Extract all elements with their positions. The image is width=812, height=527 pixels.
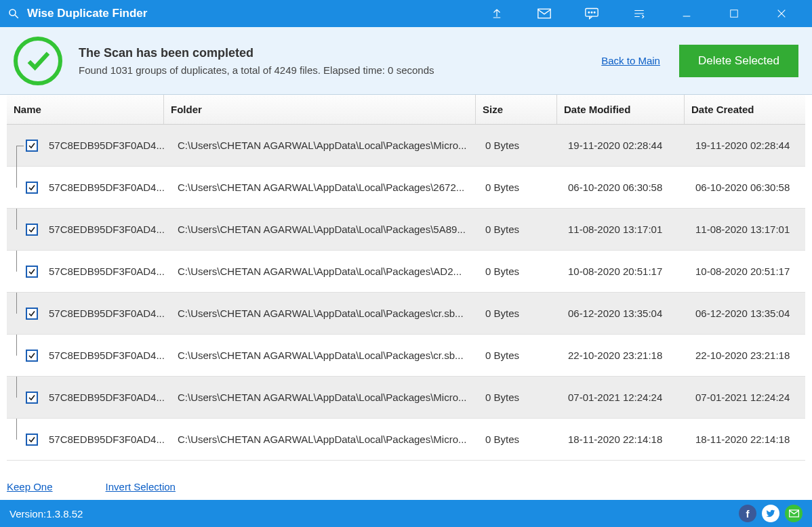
row-checkbox[interactable] <box>26 434 38 446</box>
action-links: Keep One Invert Selection <box>0 473 812 500</box>
cell-size: 0 Bytes <box>481 140 564 151</box>
tree-connector <box>16 293 26 334</box>
svg-line-1 <box>15 15 18 18</box>
cell-size: 0 Bytes <box>481 224 564 235</box>
svg-rect-2 <box>538 9 550 18</box>
cell-created: 06-12-2020 13:35:04 <box>691 308 803 319</box>
tree-connector <box>16 209 26 250</box>
cell-created: 10-08-2020 20:51:17 <box>691 266 803 277</box>
svg-point-6 <box>594 12 595 14</box>
row-checkbox[interactable] <box>26 266 38 278</box>
table-row[interactable]: 57C8EDB95DF3F0AD4... C:\Users\CHETAN AGA… <box>7 209 805 251</box>
cell-name: 57C8EDB95DF3F0AD4... <box>45 224 174 235</box>
tree-connector <box>16 419 26 460</box>
row-checkbox[interactable] <box>26 392 38 404</box>
cell-size: 0 Bytes <box>481 182 564 193</box>
result-banner: The Scan has been completed Found 1031 g… <box>0 27 812 95</box>
table-row[interactable]: 57C8EDB95DF3F0AD4... C:\Users\CHETAN AGA… <box>7 293 805 335</box>
cell-size: 0 Bytes <box>481 350 564 361</box>
cell-created: 06-10-2020 06:30:58 <box>691 182 803 193</box>
cell-folder: C:\Users\CHETAN AGARWAL\AppData\Local\Pa… <box>174 434 481 445</box>
row-checkbox[interactable] <box>26 350 38 362</box>
cell-name: 57C8EDB95DF3F0AD4... <box>45 308 174 319</box>
back-to-main-link[interactable]: Back to Main <box>601 55 660 66</box>
cell-name: 57C8EDB95DF3F0AD4... <box>45 140 174 151</box>
cell-size: 0 Bytes <box>481 308 564 319</box>
cell-name: 57C8EDB95DF3F0AD4... <box>45 434 174 445</box>
cell-name: 57C8EDB95DF3F0AD4... <box>45 182 174 193</box>
column-header-folder[interactable]: Folder <box>164 95 476 124</box>
twitter-icon[interactable] <box>762 505 779 522</box>
cell-modified: 07-01-2021 12:24:24 <box>564 392 691 403</box>
table-row[interactable]: 57C8EDB95DF3F0AD4... C:\Users\CHETAN AGA… <box>7 125 805 167</box>
cell-modified: 11-08-2020 13:17:01 <box>564 224 691 235</box>
titlebar: Wise Duplicate Finder <box>0 0 812 27</box>
svg-rect-8 <box>731 10 738 18</box>
row-checkbox[interactable] <box>26 308 38 320</box>
cell-created: 19-11-2020 02:28:44 <box>691 140 803 151</box>
column-header-size[interactable]: Size <box>476 95 557 124</box>
keep-one-link[interactable]: Keep One <box>7 481 53 492</box>
cell-folder: C:\Users\CHETAN AGARWAL\AppData\Local\Pa… <box>174 392 481 403</box>
email-icon[interactable] <box>785 505 803 522</box>
cell-folder: C:\Users\CHETAN AGARWAL\AppData\Local\Pa… <box>174 140 481 151</box>
row-checkbox[interactable] <box>26 182 38 194</box>
cell-name: 57C8EDB95DF3F0AD4... <box>45 266 174 277</box>
cell-created: 07-01-2021 12:24:24 <box>691 392 803 403</box>
cell-size: 0 Bytes <box>481 434 564 445</box>
svg-point-5 <box>591 12 592 14</box>
feedback-icon[interactable] <box>568 0 615 27</box>
tree-connector <box>16 125 26 166</box>
cell-created: 22-10-2020 23:21:18 <box>691 350 803 361</box>
menu-icon[interactable] <box>615 0 663 27</box>
maximize-icon[interactable] <box>710 0 758 27</box>
cell-folder: C:\Users\CHETAN AGARWAL\AppData\Local\Pa… <box>174 350 481 361</box>
row-checkbox[interactable] <box>26 140 38 152</box>
delete-selected-button[interactable]: Delete Selected <box>679 45 798 77</box>
minimize-icon[interactable] <box>663 0 710 27</box>
table-row[interactable]: 57C8EDB95DF3F0AD4... C:\Users\CHETAN AGA… <box>7 251 805 293</box>
svg-point-4 <box>588 12 590 14</box>
cell-size: 0 Bytes <box>481 266 564 277</box>
column-header-modified[interactable]: Date Modified <box>557 95 685 124</box>
tree-connector <box>16 167 26 208</box>
cell-folder: C:\Users\CHETAN AGARWAL\AppData\Local\Pa… <box>174 308 481 319</box>
cell-created: 11-08-2020 13:17:01 <box>691 224 803 235</box>
mail-icon[interactable] <box>521 0 568 27</box>
table-row[interactable]: 57C8EDB95DF3F0AD4... C:\Users\CHETAN AGA… <box>7 167 805 209</box>
version-label: Version:1.3.8.52 <box>9 508 83 520</box>
rows-container[interactable]: 57C8EDB95DF3F0AD4... C:\Users\CHETAN AGA… <box>7 125 805 473</box>
svg-point-0 <box>9 9 16 16</box>
table-row[interactable]: 57C8EDB95DF3F0AD4... C:\Users\CHETAN AGA… <box>7 419 805 461</box>
cell-name: 57C8EDB95DF3F0AD4... <box>45 350 174 361</box>
upgrade-icon[interactable] <box>473 0 521 27</box>
tree-connector <box>16 377 26 418</box>
banner-subtext: Found 1031 groups of duplicates, a total… <box>79 64 434 76</box>
column-header-created[interactable]: Date Created <box>685 95 798 124</box>
table-row[interactable]: 57C8EDB95DF3F0AD4... C:\Users\CHETAN AGA… <box>7 335 805 377</box>
invert-selection-link[interactable]: Invert Selection <box>106 481 176 492</box>
cell-folder: C:\Users\CHETAN AGARWAL\AppData\Local\Pa… <box>174 224 481 235</box>
cell-modified: 10-08-2020 20:51:17 <box>564 266 691 277</box>
cell-folder: C:\Users\CHETAN AGARWAL\AppData\Local\Pa… <box>174 182 481 193</box>
table-row[interactable]: 57C8EDB95DF3F0AD4... C:\Users\CHETAN AGA… <box>7 377 805 419</box>
cell-modified: 19-11-2020 02:28:44 <box>564 140 691 151</box>
cell-modified: 06-12-2020 13:35:04 <box>564 308 691 319</box>
column-header-name[interactable]: Name <box>7 95 164 124</box>
row-checkbox[interactable] <box>26 224 38 236</box>
cell-modified: 18-11-2020 22:14:18 <box>564 434 691 445</box>
statusbar: Version:1.3.8.52 f <box>0 500 812 527</box>
cell-size: 0 Bytes <box>481 392 564 403</box>
cell-modified: 06-10-2020 06:30:58 <box>564 182 691 193</box>
cell-created: 18-11-2020 22:14:18 <box>691 434 803 445</box>
close-icon[interactable] <box>758 0 805 27</box>
column-header-row: Name Folder Size Date Modified Date Crea… <box>7 95 805 125</box>
tree-connector <box>16 251 26 292</box>
app-title: Wise Duplicate Finder <box>27 7 147 20</box>
facebook-icon[interactable]: f <box>739 505 756 522</box>
cell-folder: C:\Users\CHETAN AGARWAL\AppData\Local\Pa… <box>174 266 481 277</box>
cell-modified: 22-10-2020 23:21:18 <box>564 350 691 361</box>
tree-connector <box>16 335 26 376</box>
results-table: Name Folder Size Date Modified Date Crea… <box>0 95 812 473</box>
app-icon <box>7 7 20 20</box>
